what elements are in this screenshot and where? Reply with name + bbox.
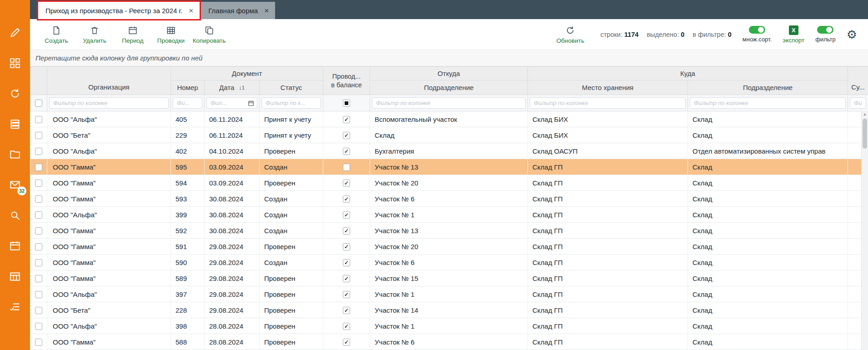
filter-date-input[interactable]	[206, 97, 257, 109]
filter-organization-input[interactable]	[49, 97, 169, 109]
filter-storage-input[interactable]	[530, 97, 686, 109]
toggle-switch-icon[interactable]	[817, 26, 833, 34]
sidebar-item-modules[interactable]	[0, 48, 30, 78]
cell-from-department: Участок № 14	[370, 302, 528, 318]
posted-checkbox[interactable]	[343, 259, 350, 266]
sidebar-item-search[interactable]	[0, 200, 30, 230]
posted-checkbox[interactable]	[343, 275, 350, 282]
col-header-storage[interactable]: Место хранения	[528, 80, 688, 95]
posted-checkbox[interactable]	[343, 132, 350, 139]
sidebar-item-edit[interactable]	[0, 17, 30, 48]
col-header-sum[interactable]: Су...	[848, 67, 868, 95]
table-row[interactable]: ООО "Гамма" 592 30.08.2024 Создан Участо…	[30, 223, 868, 239]
cell-organization: ООО "Альфа"	[47, 207, 171, 223]
row-select-checkbox[interactable]	[35, 148, 42, 155]
row-select-checkbox[interactable]	[35, 307, 42, 314]
col-header-posted[interactable]: Провод... в балансе	[323, 67, 370, 95]
close-icon[interactable]: ×	[189, 7, 193, 15]
row-select-checkbox[interactable]	[35, 132, 42, 139]
posted-checkbox[interactable]	[343, 180, 350, 187]
row-select-checkbox[interactable]	[35, 211, 42, 219]
row-select-checkbox[interactable]	[35, 291, 42, 298]
posted-checkbox[interactable]	[343, 164, 350, 171]
row-select-checkbox[interactable]	[35, 164, 42, 171]
row-select-checkbox[interactable]	[35, 180, 42, 187]
row-select-checkbox[interactable]	[35, 243, 42, 250]
sidebar-item-checklist[interactable]	[0, 291, 30, 322]
col-header-organization[interactable]: Организация	[47, 67, 171, 95]
cell-to-department: Склад	[688, 286, 848, 302]
table-row[interactable]: ООО "Гамма" 588 28.08.2024 Проверен Учас…	[30, 334, 868, 350]
table-row[interactable]: ООО "Альфа" 402 04.10.2024 Проверен Бухг…	[30, 143, 868, 159]
cell-date: 30.08.2024	[205, 207, 260, 223]
toggle-switch-icon[interactable]	[749, 26, 765, 34]
col-header-status[interactable]: Статус	[260, 80, 323, 95]
sidebar-item-table[interactable]	[0, 261, 30, 291]
filter-toggle[interactable]: фильтр	[815, 26, 835, 43]
sidebar-item-mail[interactable]: 32	[0, 170, 30, 200]
table-row[interactable]: ООО "Гамма" 590 29.08.2024 Создан Участо…	[30, 255, 868, 270]
table-row[interactable]: ООО "Бета" 228 29.08.2024 Проверен Участ…	[30, 302, 868, 318]
filter-from-department-input[interactable]	[372, 97, 526, 109]
table-row[interactable]: ООО "Альфа" 397 29.08.2024 Проверен Учас…	[30, 286, 868, 302]
table-row[interactable]: ООО "Гамма" 589 29.08.2024 Проверен Учас…	[30, 270, 868, 286]
filter-sum-input[interactable]	[850, 97, 866, 109]
tab-main-form[interactable]: Главная форма ×	[201, 2, 275, 19]
posted-checkbox[interactable]	[343, 195, 350, 203]
cell-storage: Склад ГП	[528, 334, 688, 350]
postings-button[interactable]: Проводки	[152, 25, 190, 44]
row-select-checkbox[interactable]	[35, 275, 42, 282]
posted-checkbox[interactable]	[343, 116, 350, 123]
period-button[interactable]: Период	[114, 25, 152, 44]
tab-registry[interactable]: Приход из производства - Реестр за 2024 …	[38, 2, 200, 19]
copy-button[interactable]: Копировать	[190, 25, 228, 44]
table-row[interactable]: ООО "Гамма" 593 30.08.2024 Создан Участо…	[30, 191, 868, 207]
col-header-to-department[interactable]: Подразделение	[688, 80, 848, 95]
delete-button[interactable]: Удалить	[75, 25, 114, 44]
posted-checkbox[interactable]	[343, 243, 350, 250]
create-button[interactable]: Создать	[37, 25, 75, 44]
filter-status-input[interactable]	[261, 97, 321, 109]
posted-checkbox[interactable]	[343, 291, 350, 298]
posted-checkbox[interactable]	[343, 339, 350, 346]
row-select-checkbox[interactable]	[35, 227, 42, 235]
row-select-checkbox[interactable]	[35, 116, 42, 123]
row-select-checkbox[interactable]	[35, 195, 42, 203]
sidebar-item-cards[interactable]	[0, 109, 30, 139]
filter-posted-checkbox[interactable]	[343, 100, 350, 107]
posted-checkbox[interactable]	[343, 307, 350, 314]
posted-checkbox[interactable]	[343, 148, 350, 155]
posted-checkbox[interactable]	[343, 211, 350, 219]
col-header-from-department[interactable]: Подразделение	[370, 80, 528, 95]
filter-number-input[interactable]	[173, 97, 202, 109]
export-button[interactable]: X экспорт	[783, 25, 804, 44]
posted-checkbox[interactable]	[343, 227, 350, 235]
row-select-checkbox[interactable]	[35, 339, 42, 346]
row-select-checkbox[interactable]	[35, 323, 42, 330]
vertical-scrollbar[interactable]: ▲	[861, 111, 868, 350]
col-header-date[interactable]: Дата ↓1	[205, 80, 260, 95]
table-row[interactable]: ООО "Альфа" 405 06.11.2024 Принят к учет…	[30, 111, 868, 127]
table-row[interactable]: ООО "Гамма" 591 29.08.2024 Проверен Учас…	[30, 239, 868, 255]
sidebar-item-folder[interactable]	[0, 139, 30, 170]
row-select-checkbox[interactable]	[35, 259, 42, 266]
table-row[interactable]: ООО "Альфа" 399 30.08.2024 Создан Участо…	[30, 207, 868, 223]
sidebar-item-calendar[interactable]	[0, 230, 30, 261]
group-by-bar[interactable]: Перетащите сюда колонку для группировки …	[30, 50, 868, 66]
table-row[interactable]: ООО "Бета" 229 06.11.2024 Принят к учету…	[30, 127, 868, 143]
select-all-checkbox[interactable]	[35, 100, 42, 107]
close-icon[interactable]: ×	[264, 7, 269, 15]
col-header-number[interactable]: Номер	[171, 80, 205, 95]
cell-to-department: Склад	[688, 159, 848, 175]
scrollbar-thumb[interactable]	[863, 119, 867, 149]
table-row[interactable]: ООО "Гамма" 595 03.09.2024 Создан Участо…	[30, 159, 868, 175]
table-row[interactable]: ООО "Гамма" 594 03.09.2024 Проверен Учас…	[30, 175, 868, 191]
filter-to-department-input[interactable]	[690, 97, 846, 109]
sidebar-item-sync[interactable]	[0, 78, 30, 109]
gear-icon[interactable]: ⚙	[847, 29, 857, 40]
multi-sort-toggle[interactable]: множ.сорт.	[743, 26, 772, 43]
scroll-up-arrow[interactable]: ▲	[862, 111, 868, 118]
refresh-button[interactable]: Обновить	[551, 25, 589, 44]
table-row[interactable]: ООО "Альфа" 398 28.08.2024 Проверен Учас…	[30, 318, 868, 334]
posted-checkbox[interactable]	[343, 323, 350, 330]
